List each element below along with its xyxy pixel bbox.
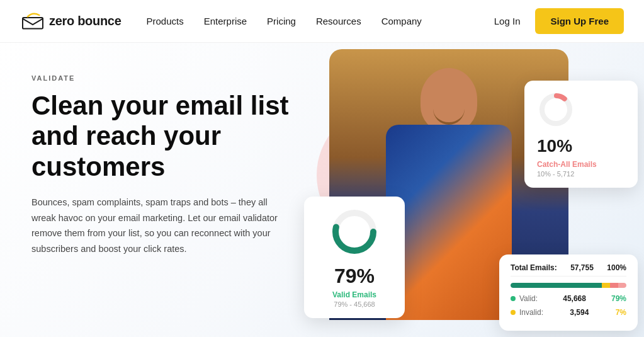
progress-valid: [511, 283, 602, 288]
valid-row-val: 45,668: [563, 294, 586, 303]
invalid-row-label: Invalid:: [511, 308, 543, 317]
valid-row-label: Valid:: [511, 294, 538, 303]
dot-invalid: [511, 310, 516, 315]
person-body: [386, 125, 512, 320]
person-head: [421, 68, 477, 131]
top-card-sub: 10% - 5,712: [537, 170, 625, 178]
stats-row-invalid: Invalid: 3,594 7%: [511, 308, 626, 317]
dot-valid: [511, 296, 516, 301]
hero-section: VALIDATE Clean your email list and reach…: [0, 43, 644, 337]
login-button[interactable]: Log In: [494, 16, 521, 26]
validate-label: VALIDATE: [31, 74, 290, 82]
invalid-row-pct: 7%: [616, 308, 626, 317]
hero-description: Bounces, spam complaints, spam traps and…: [31, 195, 290, 257]
donut-chart-small: [537, 91, 575, 129]
nav-links: Products Enterprise Pricing Resources Co…: [147, 16, 494, 26]
valid-percent: 79%: [317, 265, 392, 288]
total-emails-label: Total Emails:: [511, 263, 557, 272]
person-smile: [433, 109, 465, 125]
progress-other: [618, 283, 626, 288]
hero-right: 10% Catch-All Emails 10% - 5,712 79% Val…: [291, 43, 644, 337]
valid-sub: 79% - 45,668: [317, 300, 392, 308]
hero-heading: Clean your email list and reach your cus…: [31, 91, 290, 182]
hero-left: VALIDATE Clean your email list and reach…: [0, 43, 315, 337]
valid-label: Valid Emails: [317, 290, 392, 299]
nav-item-products[interactable]: Products: [147, 16, 184, 26]
nav-item-resources[interactable]: Resources: [316, 16, 361, 26]
total-pct: 100%: [607, 263, 626, 272]
logo[interactable]: zero bounce: [20, 13, 121, 30]
nav-item-company[interactable]: Company: [381, 16, 422, 26]
valid-row-pct: 79%: [611, 294, 626, 303]
stats-row-valid: Valid: 45,668 79%: [511, 294, 626, 303]
stats-card-top: 10% Catch-All Emails 10% - 5,712: [524, 81, 638, 188]
nav-item-pricing[interactable]: Pricing: [267, 16, 296, 26]
stats-card-valid: 79% Valid Emails 79% - 45,668: [304, 197, 405, 318]
navbar: zero bounce Products Enterprise Pricing …: [0, 0, 644, 43]
stats-card-table: Total Emails: 57,755 100% Valid: 45,668: [499, 254, 638, 331]
signup-button[interactable]: Sign Up Free: [535, 8, 624, 34]
progress-track: [511, 283, 626, 288]
logo-text: zero bounce: [49, 14, 121, 28]
progress-invalid: [602, 283, 610, 288]
donut-chart-valid: [329, 207, 380, 257]
top-card-label: Catch-All Emails: [537, 160, 625, 169]
progress-catch-all: [610, 283, 618, 288]
progress-bars: [511, 283, 626, 288]
logo-icon: [20, 13, 45, 30]
top-card-percent: 10%: [537, 136, 625, 156]
svg-rect-0: [23, 18, 43, 29]
nav-actions: Log In Sign Up Free: [494, 8, 624, 34]
stats-table-header: Total Emails: 57,755 100%: [511, 263, 626, 277]
nav-item-enterprise[interactable]: Enterprise: [204, 16, 247, 26]
invalid-row-val: 3,594: [570, 308, 589, 317]
total-val: 57,755: [570, 263, 594, 272]
